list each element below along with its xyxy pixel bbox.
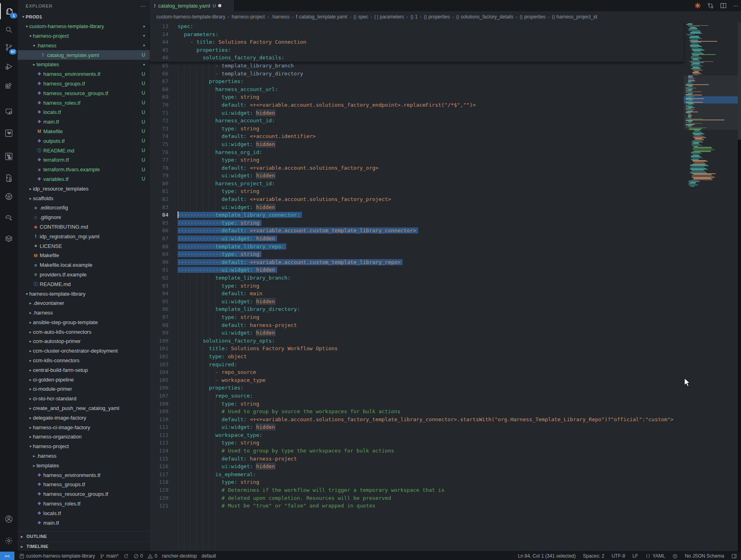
code-line[interactable]: 92 template_library_branch:	[150, 274, 684, 282]
tree-item-custom-harness-template-library[interactable]: ▾custom-harness-template-library●	[18, 22, 150, 31]
tree-item--editorconfig[interactable]: ≡.editorconfig	[18, 203, 150, 213]
tree-item-harness-resource-groups-tf[interactable]: ❖harness_resource_groups.tf	[18, 489, 150, 499]
tree-item-idp-resource-templates[interactable]: ▸idp_resource_templates	[18, 184, 150, 193]
remote-indicator[interactable]: ><	[0, 552, 14, 560]
tree-item-delegate-image-factory[interactable]: ▸delegate-image-factory	[18, 413, 150, 422]
breadcrumb-item[interactable]: {}harness_project_id	[552, 14, 597, 20]
tree-item-ccm-auto-k8s-connectors[interactable]: ▸ccm-auto-k8s-connectors	[18, 327, 150, 337]
chevron-right-icon[interactable]: ▸	[28, 310, 33, 315]
tree-item-ci-module-primer[interactable]: ▸ci-module-primer	[18, 384, 150, 394]
search-icon[interactable]	[0, 22, 18, 38]
code-line[interactable]: 99 ui:widget: hidden	[150, 329, 684, 337]
chevron-right-icon[interactable]: ▸	[32, 62, 36, 67]
breadcrumb-item[interactable]: custom-harness-template-library	[156, 14, 225, 20]
chevron-right-icon[interactable]: ▸	[28, 387, 33, 391]
code-line[interactable]: 81 type: string	[150, 187, 684, 195]
tree-item--devcontainer[interactable]: ▸.devcontainer	[18, 298, 150, 308]
code-line[interactable]: 90··············default: <+variable.acco…	[150, 258, 684, 266]
tree-item-locals-tf[interactable]: ❖locals.tfU	[18, 108, 150, 117]
chevron-right-icon[interactable]: ▸	[32, 454, 36, 458]
tree-item-readme-md[interactable]: ⓘREADME.mdU	[18, 146, 150, 155]
code-line[interactable]: 14 parameters:	[150, 30, 684, 39]
code-line[interactable]: 76 harness_org_id:	[150, 148, 684, 156]
status-json-schema[interactable]: No JSON Schema	[685, 553, 724, 559]
code-line[interactable]: 94 default: main	[150, 290, 684, 298]
tree-item-harness-ci-image-factory[interactable]: ▸harness-ci-image-factory	[18, 422, 150, 432]
code-line[interactable]: 89··············type: string	[150, 250, 684, 258]
chevron-right-icon[interactable]: ▸	[28, 339, 33, 343]
chevron-right-icon[interactable]: ▸	[28, 187, 33, 191]
open-changes-icon[interactable]	[707, 2, 714, 9]
tree-item-harness-project[interactable]: ▾harness-project	[18, 442, 150, 451]
tab-catalog-template-yaml[interactable]: ! catalog_template.yaml U	[150, 0, 235, 11]
tree-item-harness-roles-tf[interactable]: ❖harness_roles.tf	[18, 499, 150, 509]
tree-item-ci-golden-pipeline[interactable]: ▸ci-golden-pipeline	[18, 375, 150, 384]
tree-item-scaffolds[interactable]: ▸scaffolds	[18, 193, 150, 203]
code-line[interactable]: 82 default: <+variable.account.solutions…	[150, 195, 684, 203]
status-eol[interactable]: LF	[632, 553, 638, 559]
status-git-branch[interactable]: main*	[100, 553, 119, 559]
tree-item-central-build-farm-setup[interactable]: ▸central-build-farm-setup	[18, 365, 150, 375]
tree-root-prod1[interactable]: ▾PROD1	[18, 12, 150, 22]
chevron-right-icon[interactable]: ▸	[28, 406, 33, 410]
code-line[interactable]: 102 type: object	[150, 353, 684, 361]
tree-item-license[interactable]: ✶LICENSE	[18, 241, 150, 251]
remote-explorer-icon[interactable]	[0, 103, 18, 120]
tree-item-locals-tf[interactable]: ❖locals.tf	[18, 508, 150, 518]
status-git-sync[interactable]	[124, 554, 129, 559]
breadcrumb-item[interactable]: [ ]parameters	[375, 14, 404, 20]
code-line[interactable]: 84············template_library_connector…	[150, 211, 684, 219]
tree-item-catalog-template-yaml[interactable]: !catalog_template.yamlU	[18, 50, 150, 60]
extension-starburst-icon[interactable]	[694, 2, 701, 9]
extensions-icon[interactable]	[0, 79, 18, 95]
code-line[interactable]: 68 harness_account_url:	[150, 85, 684, 93]
tree-item--harness[interactable]: ▸.harness	[18, 451, 150, 461]
code-line[interactable]: 103 required:	[150, 361, 684, 369]
chevron-down-icon[interactable]: ▾	[28, 444, 33, 448]
chevron-right-icon[interactable]: ▸	[28, 416, 33, 420]
chevron-right-icon[interactable]: ▸	[28, 330, 33, 334]
tree-item-outputs-tf[interactable]: ❖outputs.tfU	[18, 136, 150, 146]
chevron-right-icon[interactable]: ▸	[28, 368, 33, 372]
code-line[interactable]: 105 - workspace_type	[150, 376, 684, 384]
iac-generator-icon[interactable]	[0, 170, 18, 186]
chevron-right-icon[interactable]: ▸	[28, 349, 33, 353]
tree-item-variables-tf[interactable]: ❖variables.tfU	[18, 174, 150, 184]
status-k8s-namespace[interactable]: default	[202, 553, 216, 559]
kubernetes-icon[interactable]	[0, 189, 18, 205]
code-line[interactable]: 106 properties:	[150, 384, 684, 392]
status-warning-count[interactable]: 0	[148, 553, 157, 559]
code-line[interactable]: 44 - title: Solutions Factory Connection	[150, 38, 684, 46]
tree-item-terraform-tfvars-example[interactable]: ≡terraform.tfvars.exampleU	[18, 165, 150, 174]
code-line[interactable]: 73 type: string	[150, 125, 684, 133]
chevron-right-icon[interactable]: ▸	[32, 463, 36, 468]
tree-item-harness-resource-groups-tf[interactable]: ❖harness_resource_groups.tfU	[18, 88, 150, 98]
code-line[interactable]: 116 ui:widget: hidden	[150, 463, 684, 471]
code-line[interactable]: 98 default: harness-project	[150, 321, 684, 329]
status-workspace-name[interactable]: custom-harness-template-library	[19, 553, 95, 559]
terraform-icon[interactable]	[0, 125, 18, 141]
code-line[interactable]: 97 type: string	[150, 313, 684, 321]
tree-item-makefile[interactable]: MMakefileU	[18, 127, 150, 136]
code-line[interactable]: 109 # Used to group by source the worksp…	[150, 408, 684, 416]
code-line[interactable]: 95 ui:widget: hidden	[150, 298, 684, 306]
code-line[interactable]: 45 properties:	[150, 46, 684, 54]
tree-item-templates[interactable]: ▸templates	[18, 461, 150, 470]
chevron-right-icon[interactable]: ▸	[28, 396, 33, 401]
code-line[interactable]: 79 ui:widget: hidden	[150, 172, 684, 180]
tree-item-harness-template-library[interactable]: ▾harness-template-library	[18, 289, 150, 298]
code-line[interactable]: 70 default: <+<+variable.account.solutio…	[150, 101, 684, 109]
code-line[interactable]: 83 ui:widget: hidden	[150, 203, 684, 211]
chevron-right-icon[interactable]: ▸	[28, 358, 33, 363]
tree-item-ccm-k8s-connectors[interactable]: ▸ccm-k8s-connectors	[18, 356, 150, 365]
container-icon[interactable]	[0, 231, 18, 247]
code-line[interactable]: 65 - template_library_branch	[150, 62, 684, 70]
code-line[interactable]: 108 type: string	[150, 400, 684, 408]
chevron-right-icon[interactable]: ▸	[28, 301, 33, 305]
code-line[interactable]: 77 type: string	[150, 156, 684, 164]
tree-item--harness[interactable]: ▸.harness	[18, 308, 150, 318]
tree-item-ci-sto-hcr-standard[interactable]: ▸ci-sto-hcr-standard	[18, 394, 150, 404]
tree-item--gitignore[interactable]: ◇.gitignore	[18, 213, 150, 222]
more-actions-icon[interactable]: ⋯	[733, 2, 739, 9]
status-layout-toggle[interactable]	[731, 554, 737, 559]
